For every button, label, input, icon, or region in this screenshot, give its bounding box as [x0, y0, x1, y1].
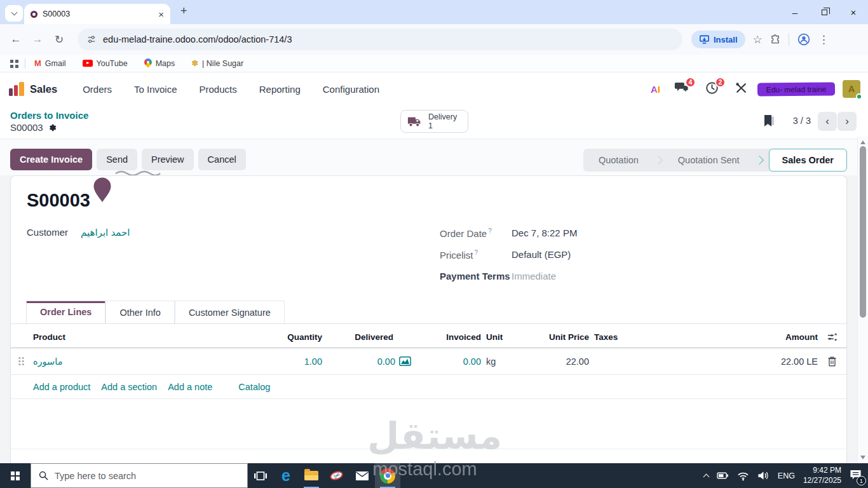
browser-menu-icon[interactable]: ⋮ — [818, 33, 829, 46]
app-name[interactable]: Sales — [30, 83, 57, 95]
record-title[interactable]: S00003 — [27, 190, 90, 211]
add-product-link[interactable]: Add a product — [33, 382, 90, 392]
taskbar-snipping-tool[interactable]: ✂ — [324, 463, 349, 488]
window-minimize-button[interactable]: – — [780, 0, 810, 24]
url-text[interactable]: edu-melad-traine.odoo.com/odoo/action-71… — [103, 34, 292, 44]
drag-handle[interactable] — [18, 356, 25, 366]
wifi-icon[interactable] — [737, 470, 749, 481]
bookmark-gmail[interactable]: M Gmail — [34, 58, 66, 68]
activities-button[interactable]: 2 — [705, 81, 719, 97]
cell-quantity[interactable]: 1.00 — [252, 356, 322, 367]
action-center-button[interactable]: 1 — [850, 469, 862, 483]
cell-unit[interactable]: kg — [481, 356, 532, 367]
scroll-up-arrow[interactable] — [860, 140, 865, 144]
bookmark-youtube[interactable]: YouTube — [83, 59, 128, 68]
scroll-down-arrow[interactable] — [860, 456, 865, 459]
gear-icon[interactable] — [48, 123, 57, 132]
profile-icon[interactable] — [797, 32, 811, 46]
col-unit[interactable]: Unit — [481, 332, 532, 342]
col-delivered[interactable]: Delivered — [322, 332, 411, 342]
cell-invoiced[interactable]: 0.00 — [411, 356, 481, 367]
cell-delivered[interactable]: 0.00 — [322, 356, 411, 367]
extensions-icon[interactable] — [770, 34, 781, 45]
payment-terms-value[interactable]: Immediate — [512, 271, 556, 281]
col-taxes[interactable]: Taxes — [589, 332, 691, 342]
window-restore-button[interactable] — [810, 0, 839, 24]
delete-line-button[interactable] — [818, 356, 846, 367]
order-line-row[interactable]: ماسوره 1.00 0.00 0.00 kg 22.00 22.00 LE — [11, 348, 846, 375]
menu-to-invoice[interactable]: To Invoice — [134, 84, 177, 95]
forecast-chart-icon[interactable] — [399, 356, 411, 366]
pager-next-button[interactable]: › — [837, 112, 857, 131]
col-product[interactable]: Product — [33, 332, 252, 342]
status-step-quotation-sent[interactable]: Quotation Sent — [663, 155, 755, 165]
menu-products[interactable]: Products — [200, 84, 237, 95]
taskbar-file-explorer[interactable] — [299, 463, 324, 488]
pricelist-value[interactable]: Default (EGP) — [512, 249, 571, 261]
menu-orders[interactable]: Orders — [83, 84, 112, 95]
customer-value[interactable]: احمد ابراهيم — [81, 227, 130, 238]
taskbar-edge[interactable]: e — [273, 463, 299, 488]
bookmark-star-icon[interactable]: ☆ — [753, 33, 763, 46]
pager-previous-button[interactable]: ‹ — [818, 112, 837, 131]
send-button[interactable]: Send — [97, 149, 137, 170]
cell-amount[interactable]: 22.00 LE — [691, 356, 818, 367]
clock[interactable]: 9:42 PM 12/27/2025 — [803, 466, 841, 485]
user-avatar[interactable]: A — [843, 80, 860, 98]
taskbar-chrome[interactable] — [375, 463, 400, 488]
col-quantity[interactable]: Quantity — [252, 332, 322, 342]
optional-columns-button[interactable] — [818, 332, 846, 342]
debug-tools-button[interactable] — [735, 82, 747, 97]
bookmark-nile-sugar[interactable]: ✽ | Nile Sugar — [191, 58, 243, 68]
cancel-button[interactable]: Cancel — [198, 149, 246, 170]
create-invoice-button[interactable]: Create Invoice — [10, 149, 92, 170]
site-settings-icon[interactable] — [86, 34, 97, 44]
status-step-sales-order-active[interactable]: Sales Order — [769, 149, 847, 172]
col-invoiced[interactable]: Invoiced — [411, 332, 481, 342]
tab-order-lines[interactable]: Order Lines — [26, 301, 105, 323]
battery-icon[interactable] — [717, 470, 729, 481]
tab-other-info[interactable]: Other Info — [105, 301, 174, 323]
window-close-button[interactable]: × — [839, 0, 868, 24]
forward-button[interactable]: → — [27, 29, 48, 50]
col-unit-price[interactable]: Unit Price — [532, 332, 589, 342]
add-section-link[interactable]: Add a section — [101, 382, 157, 392]
tab-customer-signature[interactable]: Customer Signature — [175, 301, 285, 323]
start-button[interactable] — [0, 463, 31, 488]
back-button[interactable]: ← — [5, 29, 27, 50]
page-scrollbar[interactable] — [857, 137, 868, 463]
favorite-bookmark-button[interactable] — [764, 115, 775, 130]
language-indicator[interactable]: ENG — [778, 471, 795, 480]
col-amount[interactable]: Amount — [691, 332, 818, 342]
tray-chevron-up-icon[interactable] — [703, 473, 709, 480]
address-bar[interactable]: edu-melad-traine.odoo.com/odoo/action-71… — [78, 29, 682, 50]
tab-close-icon[interactable]: × — [158, 10, 164, 19]
ai-icon[interactable]: AI — [651, 84, 660, 95]
new-tab-button[interactable]: + — [180, 4, 187, 18]
taskbar-mail[interactable] — [349, 463, 375, 488]
order-date-value[interactable]: Dec 7, 8:22 PM — [512, 227, 577, 239]
apps-grid-icon[interactable] — [10, 60, 13, 63]
install-button[interactable]: Install — [691, 30, 745, 48]
add-note-link[interactable]: Add a note — [168, 382, 212, 392]
cell-unit-price[interactable]: 22.00 — [532, 356, 589, 367]
status-step-quotation[interactable]: Quotation — [583, 155, 654, 165]
menu-configuration[interactable]: Configuration — [323, 84, 379, 95]
company-name-redacted[interactable]: Edu- melad traine — [757, 82, 835, 96]
cell-product[interactable]: ماسوره — [33, 356, 252, 367]
catalog-link[interactable]: Catalog — [238, 382, 270, 392]
tab-search-button[interactable] — [5, 5, 23, 22]
bookmark-maps[interactable]: Maps — [144, 59, 175, 68]
preview-button[interactable]: Preview — [142, 149, 194, 170]
breadcrumb-parent-link[interactable]: Orders to Invoice — [10, 110, 88, 121]
reload-button[interactable]: ↻ — [48, 29, 70, 50]
search-input[interactable] — [55, 471, 220, 481]
browser-tab[interactable]: S00003 × — [24, 4, 170, 24]
task-view-button[interactable] — [248, 463, 273, 488]
delivery-smart-button[interactable]: Delivery 1 — [400, 110, 468, 133]
sales-app-icon[interactable] — [9, 82, 24, 96]
menu-reporting[interactable]: Reporting — [259, 84, 301, 95]
taskbar-search[interactable] — [31, 463, 248, 488]
speaker-icon[interactable] — [757, 470, 770, 481]
scrollbar-thumb[interactable] — [860, 146, 866, 318]
